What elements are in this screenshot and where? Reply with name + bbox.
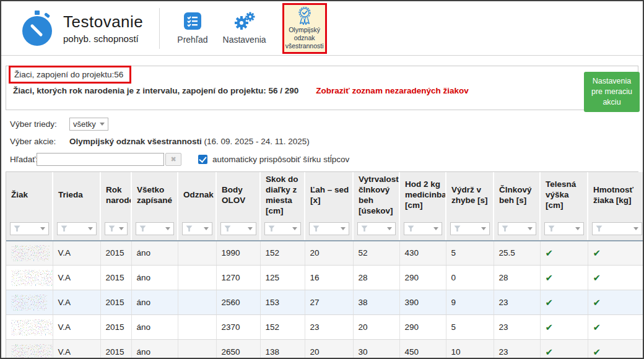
filter-funnel-icon bbox=[108, 225, 115, 232]
table-row[interactable]: V.A2015áno12701251628290028✔✔ bbox=[6, 266, 644, 290]
chevron-down-icon bbox=[88, 227, 93, 230]
table-cell: 2370 bbox=[216, 315, 260, 340]
class-select-label: Výber triedy: bbox=[10, 119, 69, 129]
table-cell: 390 bbox=[399, 290, 446, 315]
column-header[interactable]: Výdrž v zhybe [s] bbox=[446, 172, 494, 219]
column-header[interactable]: Rok narodenia bbox=[100, 172, 131, 219]
table-cell: 290 bbox=[399, 315, 446, 340]
column-filter[interactable] bbox=[309, 222, 349, 235]
student-name-cell-redacted bbox=[6, 241, 53, 266]
action-dates: (16. 09. 2025 - 24. 11. 2025) bbox=[204, 137, 310, 146]
filter-funnel-icon bbox=[186, 225, 193, 232]
column-header[interactable]: Odznak bbox=[178, 172, 216, 219]
column-header[interactable]: Vytrvalostný člnkový beh [úsekov] bbox=[353, 172, 399, 219]
table-cell: 2560 bbox=[216, 290, 260, 315]
redacted-name-blur bbox=[11, 270, 53, 286]
search-input[interactable] bbox=[37, 153, 164, 166]
class-select[interactable]: všetky bbox=[69, 118, 108, 131]
table-row[interactable]: V.A2015áno23701522320290523✔✔ bbox=[6, 315, 644, 340]
column-filter[interactable] bbox=[220, 222, 256, 235]
table-row[interactable]: V.A2015áno25601532738390923✔✔ bbox=[6, 290, 644, 315]
table-cell bbox=[178, 290, 216, 315]
column-filter[interactable] bbox=[357, 222, 396, 235]
column-filter[interactable] bbox=[592, 222, 642, 235]
table-cell: 2015 bbox=[100, 266, 131, 290]
table-cell: 1270 bbox=[216, 266, 260, 290]
column-filter-cell bbox=[53, 219, 100, 241]
chevron-down-icon bbox=[387, 227, 392, 230]
students-count-value: 56 bbox=[114, 70, 123, 79]
column-filter-cell bbox=[399, 219, 446, 241]
table-row[interactable]: V.A2015áno19901522052430525.5✔✔ bbox=[6, 241, 644, 266]
nav-item-nastavenia[interactable]: Nastavenia bbox=[223, 12, 266, 45]
table-cell: 2015 bbox=[100, 340, 131, 359]
table-cell: 25.5 bbox=[494, 241, 540, 266]
table-cell: V.A bbox=[53, 241, 100, 266]
chevron-down-icon bbox=[575, 227, 580, 230]
column-filter[interactable] bbox=[450, 222, 490, 235]
chevron-down-icon bbox=[165, 227, 170, 230]
column-filter[interactable] bbox=[57, 222, 97, 235]
measurement-settings-button[interactable]: Nastavenia pre meraciu akciu bbox=[584, 72, 640, 112]
column-header[interactable]: Hod 2 kg medicinbal [cm] bbox=[399, 172, 446, 219]
filter-funnel-icon bbox=[502, 225, 508, 232]
student-name-cell-redacted bbox=[6, 315, 53, 340]
table-cell: áno bbox=[131, 340, 178, 359]
table-cell: V.A bbox=[53, 266, 100, 290]
table-cell: 16 bbox=[305, 266, 353, 290]
column-header[interactable]: Telesná výška [cm] bbox=[540, 172, 588, 219]
column-header[interactable]: Skok do diaľky z miesta [cm] bbox=[260, 172, 305, 219]
filter-funnel-icon bbox=[313, 225, 320, 232]
redacted-name-blur bbox=[11, 319, 53, 335]
clear-search-icon[interactable]: ✖ bbox=[165, 153, 181, 166]
column-filter[interactable] bbox=[404, 222, 442, 235]
redacted-name-blur bbox=[11, 344, 53, 359]
table-cell: 23 bbox=[305, 315, 353, 340]
check-icon: ✔ bbox=[588, 340, 644, 359]
table-cell: 2015 bbox=[100, 290, 131, 315]
check-icon: ✔ bbox=[540, 315, 588, 340]
column-header[interactable]: Body OLOV bbox=[216, 172, 260, 219]
table-cell: 20 bbox=[305, 241, 353, 266]
nav-item-prehlad[interactable]: Prehľad bbox=[177, 12, 207, 45]
table-cell: 20 bbox=[305, 340, 353, 359]
column-header[interactable]: Trieda bbox=[53, 172, 100, 219]
app-title: Testovanie bbox=[63, 12, 143, 32]
column-header[interactable]: Žiak bbox=[6, 172, 53, 219]
show-unassigned-link[interactable]: Zobraziť zoznam nezaradených žiakov bbox=[316, 86, 469, 95]
chevron-down-icon bbox=[248, 227, 253, 230]
column-header[interactable]: Hmotnosť žiaka [kg] bbox=[588, 172, 644, 219]
check-icon: ✔ bbox=[540, 266, 588, 290]
column-filter-cell bbox=[131, 219, 178, 241]
nav-item-olympijsky-odznak[interactable]: Olympijský odznak všestrannosti bbox=[282, 3, 327, 54]
column-filter-cell bbox=[540, 219, 588, 241]
column-filter[interactable] bbox=[498, 222, 536, 235]
table-cell: 125 bbox=[260, 266, 305, 290]
column-filter[interactable] bbox=[10, 222, 49, 235]
column-filter[interactable] bbox=[105, 222, 128, 235]
table-cell: 23 bbox=[494, 290, 540, 315]
column-filter[interactable] bbox=[544, 222, 584, 235]
chevron-down-icon bbox=[341, 227, 346, 230]
column-filter[interactable] bbox=[182, 222, 212, 235]
column-header[interactable]: Člnkový beh [s] bbox=[494, 172, 540, 219]
autofit-checkbox[interactable] bbox=[198, 155, 207, 164]
medal-rosette-icon bbox=[294, 6, 315, 25]
table-cell: 38 bbox=[353, 290, 399, 315]
column-header[interactable]: Ľah – sed [x] bbox=[305, 172, 353, 219]
table-cell: 30 bbox=[353, 340, 399, 359]
column-filter[interactable] bbox=[136, 222, 174, 235]
table-cell: V.A bbox=[53, 340, 100, 359]
redacted-name-blur bbox=[11, 245, 50, 261]
check-icon: ✔ bbox=[540, 241, 588, 266]
table-cell bbox=[178, 340, 216, 359]
column-header[interactable]: Všetko zapísané bbox=[131, 172, 178, 219]
column-filter-cell bbox=[494, 219, 540, 241]
check-icon: ✔ bbox=[588, 315, 644, 340]
table-row[interactable]: V.A2015áno265013820304501023✔✔ bbox=[6, 340, 644, 359]
app-header: Testovanie pohyb. schopností Prehľad bbox=[1, 1, 643, 56]
table-cell: 152 bbox=[260, 315, 305, 340]
column-filter[interactable] bbox=[264, 222, 301, 235]
column-filter-cell bbox=[100, 219, 131, 241]
app-title-block: Testovanie pohyb. schopností bbox=[63, 12, 143, 44]
